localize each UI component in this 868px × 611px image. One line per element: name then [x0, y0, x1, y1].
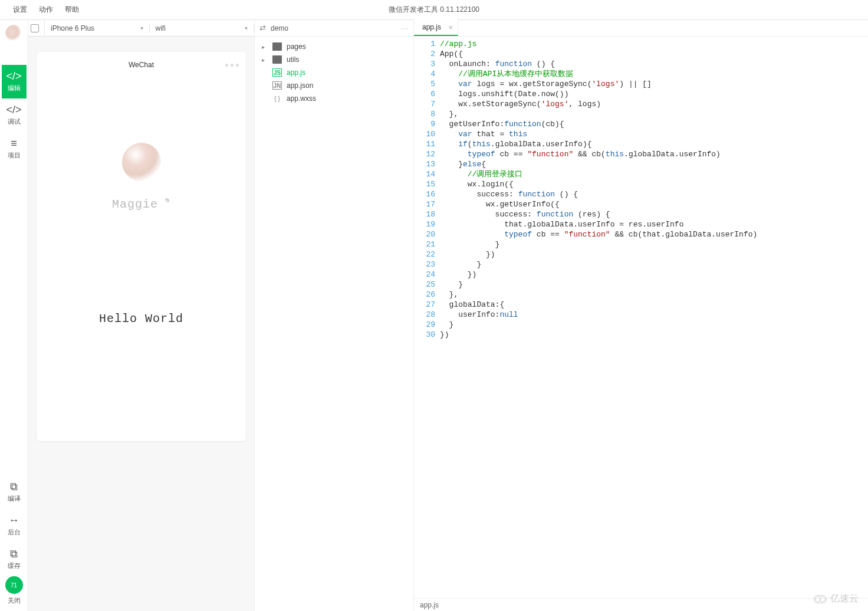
- device-select[interactable]: iPhone 6 Plus ▾: [45, 24, 150, 32]
- user-avatar-icon[interactable]: [5, 25, 23, 42]
- tree-item-app-json[interactable]: JNapp.json: [261, 79, 407, 92]
- network-select[interactable]: wifi ▾: [150, 24, 255, 32]
- tree-item-app-wxss[interactable]: { }app.wxss: [261, 92, 407, 105]
- tab-label: app.js: [422, 23, 441, 31]
- project-name: demo: [271, 24, 288, 32]
- body: </> 编辑 </> 调试 ≡ 项目 ⧉ 编译 ↔ 后台 ⧉ 缓存 关闭: [0, 20, 868, 611]
- nav-edit[interactable]: </> 编辑: [2, 65, 27, 98]
- menu-actions[interactable]: 动作: [33, 2, 59, 17]
- tree-item-app-js[interactable]: JSapp.js: [261, 66, 407, 79]
- app-title: 微信开发者工具 0.11.122100: [389, 5, 479, 15]
- close-label: 关闭: [8, 596, 21, 605]
- nav-debug-label: 调试: [8, 117, 21, 126]
- file-tree: ▸pages▸utilsJSapp.jsJNapp.json{ }app.wxs…: [255, 37, 413, 109]
- chevron-right-icon: ▸: [262, 44, 268, 50]
- debug-icon: </>: [6, 104, 21, 115]
- layers-icon: ⧉: [10, 481, 18, 492]
- simulator-body: Maggie〝 Hello World: [37, 78, 246, 441]
- js-file-icon: JS: [272, 68, 282, 77]
- tree-item-label: pages: [287, 42, 306, 51]
- more-icon[interactable]: ···: [401, 24, 409, 32]
- simulator: WeChat Maggie〝 Hello World: [37, 52, 246, 441]
- file-tree-header: ⇄ demo ···: [255, 20, 413, 37]
- chevron-down-icon: ▾: [140, 25, 143, 31]
- code-icon: </>: [6, 71, 21, 81]
- line-gutter: 1234567891011121314151617181920212223242…: [414, 37, 440, 598]
- tree-item-pages[interactable]: ▸pages: [261, 40, 407, 53]
- chevron-right-icon: ▸: [262, 57, 268, 63]
- nav-background[interactable]: ↔ 后台: [2, 509, 27, 543]
- tree-icon[interactable]: ⇄: [259, 24, 266, 32]
- nav-cache[interactable]: ⧉ 缓存: [2, 543, 27, 576]
- editor-tabs: app.js ×: [414, 20, 868, 37]
- nav-project[interactable]: ≡ 项目: [2, 132, 27, 166]
- tree-item-label: utils: [287, 55, 299, 64]
- watermark-text: 亿速云: [830, 593, 859, 605]
- left-sidebar: </> 编辑 </> 调试 ≡ 项目 ⧉ 编译 ↔ 后台 ⧉ 缓存 关闭: [0, 20, 28, 611]
- nav-background-label: 后台: [8, 528, 21, 537]
- nav-cache-label: 缓存: [8, 561, 21, 570]
- close-button[interactable]: [5, 576, 23, 594]
- arrows-icon: ↔: [9, 515, 19, 525]
- nav-project-label: 项目: [8, 151, 21, 160]
- tab-app-js[interactable]: app.js ×: [414, 19, 458, 36]
- username-label: Maggie〝: [112, 196, 170, 212]
- nav-edit-label: 编辑: [8, 84, 21, 93]
- watermark: 亿速云: [814, 593, 859, 605]
- device-bar: iPhone 6 Plus ▾ wifi ▾: [28, 20, 254, 37]
- json-file-icon: JN: [272, 81, 282, 90]
- device-type-icon[interactable]: [28, 20, 45, 36]
- more-icon[interactable]: [225, 64, 239, 67]
- titlebar: 设置 动作 帮助 微信开发者工具 0.11.122100: [0, 0, 868, 20]
- file-tree-column: ⇄ demo ··· ▸pages▸utilsJSapp.jsJNapp.jso…: [255, 20, 414, 611]
- stack-icon: ⧉: [10, 548, 18, 559]
- close-icon[interactable]: ×: [448, 23, 453, 32]
- tree-item-label: app.wxss: [287, 94, 316, 103]
- menu-help[interactable]: 帮助: [59, 2, 85, 17]
- code-lines[interactable]: //app.jsApp({ onLaunch: function () { //…: [440, 37, 868, 598]
- hello-label: Hello World: [99, 312, 183, 326]
- folder-icon: [272, 55, 282, 64]
- statusbar: app.js: [414, 598, 868, 611]
- main-menu: 设置 动作 帮助: [0, 2, 85, 17]
- preview-column: iPhone 6 Plus ▾ wifi ▾ WeChat Maggie〝 He…: [28, 20, 255, 611]
- simulator-titlebar: WeChat: [37, 52, 246, 78]
- tree-item-utils[interactable]: ▸utils: [261, 53, 407, 66]
- status-path: app.js: [420, 601, 439, 609]
- folder-icon: [272, 42, 282, 51]
- cloud-icon: [814, 595, 827, 603]
- wxss-file-icon: { }: [272, 94, 282, 103]
- menu-settings[interactable]: 设置: [7, 2, 33, 17]
- code-editor[interactable]: 1234567891011121314151617181920212223242…: [414, 37, 868, 598]
- device-name: iPhone 6 Plus: [51, 24, 94, 32]
- network-name: wifi: [156, 24, 166, 32]
- tree-item-label: app.js: [287, 68, 305, 77]
- nav-compile[interactable]: ⧉ 编译: [2, 475, 27, 509]
- nav-compile-label: 编译: [8, 494, 21, 503]
- tree-item-label: app.json: [287, 81, 313, 90]
- nav-debug[interactable]: </> 调试: [2, 98, 27, 132]
- editor-column: app.js × 1234567891011121314151617181920…: [414, 20, 868, 611]
- menu-icon: ≡: [11, 138, 17, 149]
- simulator-title: WeChat: [129, 61, 154, 69]
- user-avatar-icon: [122, 143, 161, 182]
- chevron-down-icon: ▾: [245, 25, 248, 31]
